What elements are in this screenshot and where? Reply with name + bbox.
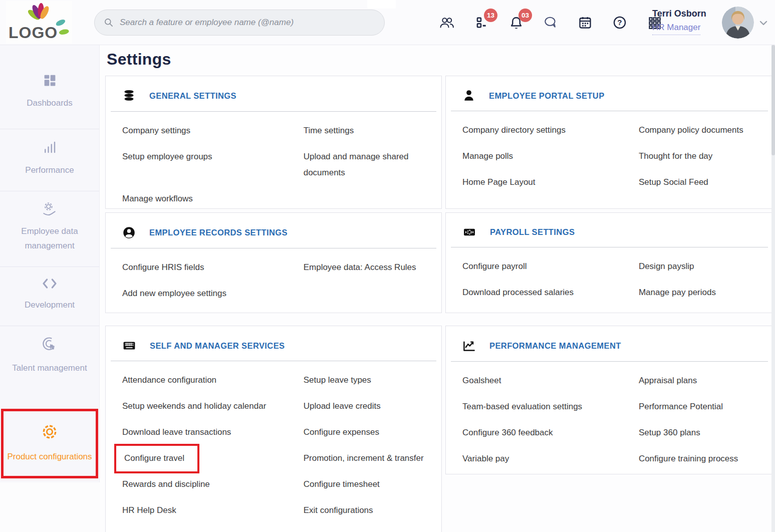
settings-link-company-settings[interactable]: Company settings [122,123,304,139]
team-button[interactable] [439,15,454,30]
settings-link-performance-potential[interactable]: Performance Potential [639,399,769,415]
sidebar-item-talent-management[interactable]: Talent management [0,326,99,389]
user-name: Terri Osborn [652,7,706,21]
scrollbar[interactable] [771,45,775,532]
settings-link-setup-weekends-holiday-calendar[interactable]: Setup weekends and holiday calendar [122,398,304,414]
chat-button[interactable] [543,15,558,30]
sidebar-item-dashboards[interactable]: Dashboards [0,45,99,129]
settings-link-setup-360-plans[interactable]: Setup 360 plans [639,425,769,441]
settings-link-configure-expenses[interactable]: Configure expenses [304,424,437,440]
help-icon: ? [613,16,627,30]
settings-link-rewards-and-discipline[interactable]: Rewards and discipline [122,476,304,492]
settings-link-promotion-increment-transfer[interactable]: Promotion, increment & transfer [304,450,437,466]
search-icon [104,18,114,28]
settings-link-appraisal-plans[interactable]: Appraisal plans [639,373,769,389]
settings-link-configure-timesheet[interactable]: Configure timesheet [304,476,437,492]
settings-link-exit-configurations[interactable]: Exit configurations [304,502,437,518]
sidebar-item-label: Employee data management [3,224,96,254]
tasks-button[interactable]: 13 [474,15,489,30]
code-icon [41,278,58,292]
settings-link-thought-for-the-day[interactable]: Thought for the day [639,148,769,164]
settings-link-upload-leave-credits[interactable]: Upload leave credits [304,398,437,414]
settings-link-attendance-configuration[interactable]: Attendance configuration [122,372,304,388]
keyboard-icon [122,339,136,352]
sidebar-item-employee-data-management[interactable]: Employee data management [0,191,99,267]
sidebar-item-development[interactable]: Development [0,267,99,326]
logo-text: LOGO [9,24,58,42]
settings-link-download-processed-salaries[interactable]: Download processed salaries [462,285,639,301]
settings-link-variable-pay[interactable]: Variable pay [462,451,639,467]
sidebar-item-performance[interactable]: Performance [0,129,99,191]
database-icon [122,89,136,103]
user-info: Terri Osborn HR Manager [652,7,706,35]
settings-link-setup-leave-types[interactable]: Setup leave types [304,372,437,388]
settings-link-configure-travel[interactable]: Configure travel [124,453,184,463]
avatar[interactable] [722,7,754,39]
settings-link-company-directory-settings[interactable]: Company directory settings [462,122,639,138]
card-self-and-manager-services: SELF AND MANAGER SERVICES Attendance con… [105,326,442,532]
team-icon [439,16,454,29]
settings-link-add-new-employee-settings[interactable]: Add new employee settings [122,286,304,302]
line-chart-icon [462,339,476,353]
settings-link-setup-social-feed[interactable]: Setup Social Feed [639,174,769,190]
help-button[interactable]: ? [612,15,627,30]
notifications-button[interactable]: 03 [508,15,524,30]
sidebar-item-product-configurations[interactable]: Product configurations [4,411,96,476]
settings-link-setup-employee-groups[interactable]: Setup employee groups [122,149,304,165]
settings-link-design-payslip[interactable]: Design payslip [639,258,769,275]
card-general-settings: GENERAL SETTINGS Company settings Time s… [105,76,442,209]
chat-icon [543,16,558,30]
annotation-box-configure-travel: Configure travel [114,444,199,473]
header-icons: 13 03 [439,10,662,35]
dashboard-icon [43,73,57,90]
tooltip-remnant [367,0,396,9]
card-title: EMPLOYEE PORTAL SETUP [489,91,605,101]
main-content: Settings GENERAL SETTINGS Company settin… [100,45,775,532]
settings-link-configure-360-feedback[interactable]: Configure 360 feedback [462,425,639,441]
settings-link-hr-help-desk[interactable]: HR Help Desk [122,502,304,518]
page-title: Settings [107,50,775,69]
sidebar-item-label: Development [25,298,75,313]
settings-link-employee-data-access-rules[interactable]: Employee data: Access Rules [304,259,437,276]
settings-link-upload-shared-documents[interactable]: Upload and manage shared documents [304,149,437,181]
user-role-link[interactable]: HR Manager [652,21,700,35]
global-search[interactable] [94,10,385,36]
card-title: PERFORMANCE MANAGEMENT [489,341,621,351]
bar-chart-icon [42,140,58,157]
hand-gear-icon [42,202,58,218]
settings-link-manage-polls[interactable]: Manage polls [462,148,639,164]
sidebar-item-label: Product configurations [7,449,92,464]
settings-link-company-policy-documents[interactable]: Company policy documents [639,122,769,138]
card-payroll-settings: PAYROLL SETTINGS Configure payroll Desig… [445,212,773,313]
card-title: EMPLOYEE RECORDS SETTINGS [149,228,288,237]
sidebar-item-label: Talent management [12,361,87,376]
tasks-badge: 13 [484,9,497,22]
user-menu-chevron[interactable] [759,19,767,28]
search-input[interactable] [119,17,375,28]
settings-link-configure-training-process[interactable]: Configure training process [639,451,769,467]
annotation-box-product-configurations: Product configurations [1,409,98,479]
settings-link-configure-hris-fields[interactable]: Configure HRIS fields [122,259,304,276]
card-performance-management: PERFORMANCE MANAGEMENT Goalsheet Apprais… [445,326,773,474]
svg-text:?: ? [617,18,622,27]
card-title: SELF AND MANAGER SERVICES [150,341,285,351]
settings-link-manage-workflows[interactable]: Manage workflows [122,191,304,207]
card-employee-records-settings: EMPLOYEE RECORDS SETTINGS Configure HRIS… [105,212,442,313]
settings-link-time-settings[interactable]: Time settings [304,123,437,139]
settings-link-download-leave-transactions[interactable]: Download leave transactions [122,424,304,440]
notifications-badge: 03 [519,9,532,22]
settings-link-home-page-layout[interactable]: Home Page Layout [462,174,639,190]
person-circle-icon [122,226,136,239]
settings-link-team-based-evaluation-settings[interactable]: Team-based evaluation settings [462,399,639,415]
company-logo[interactable]: LOGO [6,1,72,43]
sidebar-item-label: Performance [25,163,74,178]
calendar-button[interactable] [578,15,593,30]
settings-link-manage-pay-periods[interactable]: Manage pay periods [639,285,769,301]
sidebar-item-label: Dashboards [27,96,73,111]
scrollbar-thumb[interactable] [771,45,775,155]
card-employee-portal-setup: EMPLOYEE PORTAL SETUP Company directory … [445,76,773,209]
settings-link-goalsheet[interactable]: Goalsheet [462,373,639,389]
target-cursor-icon [41,337,58,355]
person-icon [462,89,475,102]
settings-link-configure-payroll[interactable]: Configure payroll [462,258,639,275]
